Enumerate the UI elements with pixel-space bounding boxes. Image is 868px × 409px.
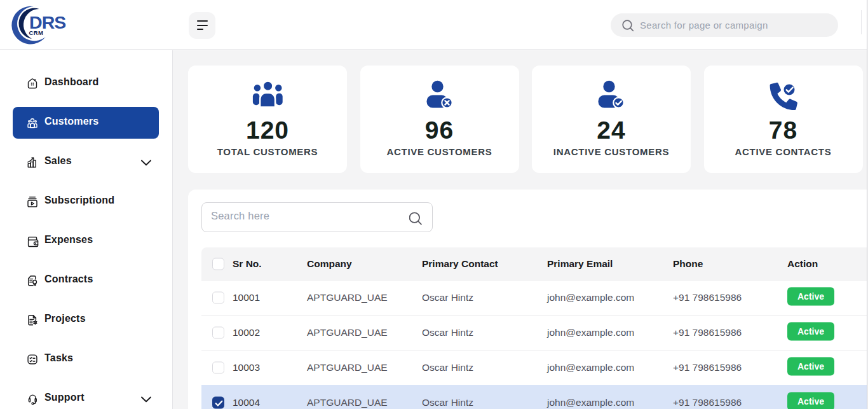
svg-text:CRM: CRM bbox=[29, 29, 44, 36]
